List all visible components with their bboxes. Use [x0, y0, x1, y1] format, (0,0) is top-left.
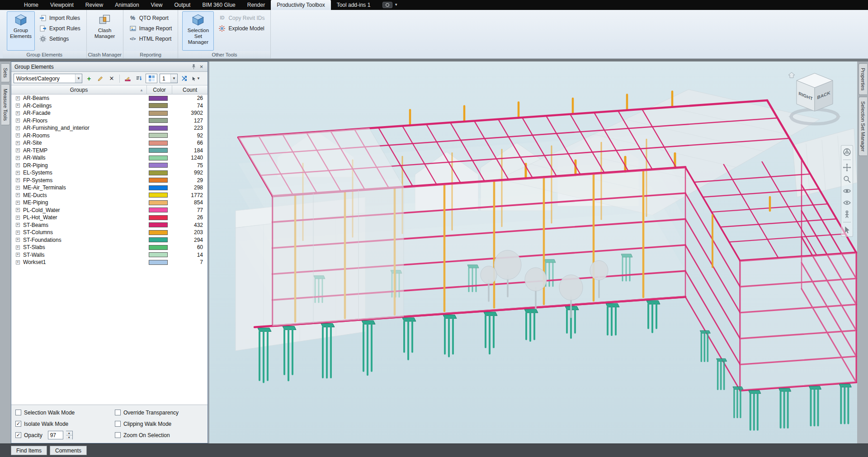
ribbon-tab-viewpoint[interactable]: Viewpoint	[44, 0, 80, 10]
group-color-swatch[interactable]	[149, 252, 168, 257]
ribbon-tab-tool-add-ins-1[interactable]: Tool add-ins 1	[331, 0, 377, 10]
column-header-groups[interactable]: Groups	[11, 85, 147, 94]
group-row-ar-site[interactable]: +AR-Site66	[11, 139, 208, 147]
group-color-swatch[interactable]	[149, 141, 168, 146]
ribbon-tab-view[interactable]: View	[145, 0, 169, 10]
clash-manager-button[interactable]: Clash Manager	[91, 11, 119, 51]
expand-icon[interactable]: +	[16, 111, 20, 115]
group-row-el-systems[interactable]: +EL-Systems992	[11, 169, 208, 177]
edit-group-button[interactable]	[96, 74, 105, 83]
expand-icon[interactable]: +	[16, 156, 20, 160]
group-row-workset1[interactable]: +Workset17	[11, 259, 208, 266]
viewport-3d[interactable]: RIGHT BACK	[209, 61, 857, 443]
steering-wheel-icon[interactable]	[843, 148, 851, 156]
addin-menu-button[interactable]: ▼	[380, 0, 401, 10]
expand-icon[interactable]: +	[16, 163, 20, 167]
group-color-swatch[interactable]	[149, 260, 168, 265]
expand-icon[interactable]: +	[16, 231, 20, 235]
select-cursor-icon[interactable]	[843, 226, 851, 234]
expand-icon[interactable]: +	[16, 253, 20, 257]
group-row-ar-floors[interactable]: +AR-Floors127	[11, 117, 208, 125]
group-row-me-piping[interactable]: +ME-Piping854	[11, 199, 208, 207]
group-color-swatch[interactable]	[149, 148, 168, 153]
html-report-button[interactable]: </> HTML Report	[127, 34, 174, 43]
group-color-swatch[interactable]	[149, 118, 168, 123]
expand-icon[interactable]: +	[16, 126, 20, 130]
dock-tab-sets[interactable]: Sets	[1, 63, 10, 82]
model-canvas[interactable]	[209, 61, 857, 443]
group-color-swatch[interactable]	[149, 178, 168, 183]
copy-revit-ids-button[interactable]: ID Copy Revit IDs	[217, 14, 266, 22]
checkbox-isolate-walk-mode[interactable]: ✓	[15, 421, 21, 427]
depth-level-dropdown[interactable]: 1 ▼	[160, 74, 178, 83]
group-color-swatch[interactable]	[149, 193, 168, 198]
group-color-swatch[interactable]	[149, 133, 168, 138]
group-row-ar-rooms[interactable]: +AR-Rooms92	[11, 132, 208, 140]
group-color-swatch[interactable]	[149, 96, 168, 101]
group-row-st-slabs[interactable]: +ST-Slabs60	[11, 244, 208, 251]
group-row-me-ducts[interactable]: +ME-Ducts1772	[11, 192, 208, 199]
expand-icon[interactable]: +	[16, 201, 20, 205]
walk-icon[interactable]	[843, 210, 851, 219]
import-rules-button[interactable]: Import Rules	[38, 14, 82, 22]
group-row-ar-walls[interactable]: +AR-Walls1240	[11, 154, 208, 162]
expand-icon[interactable]: +	[16, 208, 20, 212]
group-color-swatch[interactable]	[149, 103, 168, 108]
expand-icon[interactable]: +	[16, 96, 20, 100]
expand-icon[interactable]: +	[16, 245, 20, 250]
ribbon-tab-render[interactable]: Render	[241, 0, 271, 10]
expand-icon[interactable]: +	[16, 193, 20, 197]
expand-icon[interactable]: +	[16, 104, 20, 108]
column-header-count[interactable]: Count	[172, 85, 208, 94]
column-header-color[interactable]: Color	[147, 85, 172, 94]
opacity-spinner[interactable]: ▲▼	[66, 431, 73, 439]
panel-title-bar[interactable]: Group Elements ×	[11, 62, 208, 72]
group-color-swatch[interactable]	[149, 200, 168, 205]
expand-icon[interactable]: +	[16, 260, 20, 264]
group-elements-button[interactable]: Group Elements	[7, 11, 35, 51]
group-color-swatch[interactable]	[149, 163, 168, 168]
dock-tab-measure-tools[interactable]: Measure Tools	[1, 84, 10, 125]
expand-icon[interactable]: +	[16, 118, 20, 122]
dock-tab-properties[interactable]: Properties	[859, 63, 867, 95]
group-color-swatch[interactable]	[149, 207, 168, 212]
group-color-swatch[interactable]	[149, 111, 168, 116]
expand-icon[interactable]: +	[16, 148, 20, 152]
color-palette-dropdown[interactable]	[146, 74, 157, 83]
pan-icon[interactable]	[843, 163, 851, 172]
look-around-icon[interactable]	[843, 198, 851, 207]
set-color-button[interactable]	[123, 74, 132, 83]
export-rules-button[interactable]: Export Rules	[38, 24, 82, 33]
group-row-fp-systems[interactable]: +FP-Systems29	[11, 177, 208, 184]
orbit-icon[interactable]	[843, 187, 851, 195]
expand-icon[interactable]: +	[16, 216, 20, 220]
apply-colors-button[interactable]	[134, 74, 143, 83]
group-row-pl-cold-water[interactable]: +PL-Cold_Water77	[11, 207, 208, 214]
group-row-ar-furnishing-and-interior[interactable]: +AR-Furnishing_and_interior223	[11, 124, 208, 132]
dock-tab-selection-set-manager[interactable]: Selection Set Manager	[859, 97, 867, 156]
find-items-button[interactable]: Find Items	[11, 446, 47, 455]
expand-icon[interactable]: +	[16, 133, 20, 137]
group-color-swatch[interactable]	[149, 126, 168, 131]
grouping-dropdown[interactable]: Workset/Category ▼	[14, 74, 82, 83]
opacity-input[interactable]: 97	[48, 431, 63, 439]
group-row-me-air-terminals[interactable]: +ME-Air_Terminals298	[11, 184, 208, 192]
group-row-dr-piping[interactable]: +DR-Piping75	[11, 162, 208, 170]
group-row-st-columns[interactable]: +ST-Columns203	[11, 229, 208, 236]
spinner-down-icon[interactable]: ▼	[66, 436, 72, 440]
group-row-ar-temp[interactable]: +AR-TEMP184	[11, 147, 208, 155]
checkbox-clipping-walk-mode[interactable]	[115, 421, 121, 427]
group-color-swatch[interactable]	[149, 170, 168, 175]
qto-report-button[interactable]: % QTO Report	[127, 14, 174, 22]
explode-model-button[interactable]: Explode Model	[217, 24, 266, 33]
selection-set-manager-button[interactable]: Selection Set Manager	[182, 11, 214, 51]
select-options-dropdown[interactable]: ▼	[191, 74, 200, 83]
checkbox-zoom-on-selection[interactable]	[115, 432, 121, 438]
pin-icon[interactable]	[190, 63, 198, 71]
expand-icon[interactable]: +	[16, 186, 20, 190]
close-icon[interactable]: ×	[198, 63, 205, 71]
settings-button[interactable]: Settings	[38, 34, 82, 43]
add-group-button[interactable]: +	[85, 74, 94, 83]
checkbox-opacity[interactable]: ✓	[15, 432, 21, 438]
expand-icon[interactable]: +	[16, 171, 20, 175]
